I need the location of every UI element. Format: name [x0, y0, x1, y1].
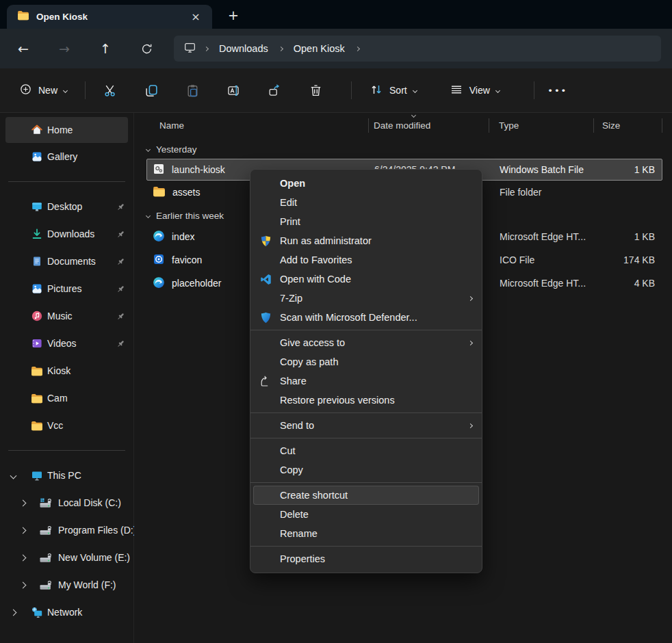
sidebar-item-my-world-f[interactable]: My World (F:)	[0, 571, 133, 599]
sidebar-item-pictures[interactable]: Pictures	[0, 275, 133, 302]
more-options-button[interactable]: •••	[544, 77, 571, 103]
downloads-icon	[31, 228, 43, 240]
edge-html-icon	[153, 230, 165, 244]
this-pc-icon	[31, 469, 43, 482]
sort-button[interactable]: Sort	[361, 77, 425, 104]
sidebar-item-new-volume-e[interactable]: New Volume (E:)	[0, 544, 133, 571]
column-divider[interactable]	[662, 118, 662, 133]
sidebar-item-this-pc[interactable]: This PC	[0, 462, 133, 489]
sidebar-item-label: Program Files (D:)	[58, 525, 136, 536]
sidebar-item-label: Music	[47, 311, 73, 322]
menu-item-add-to-favorites[interactable]: Add to Favorites	[250, 250, 482, 270]
address-bar[interactable]: Downloads Open Kiosk	[174, 36, 661, 62]
delete-button[interactable]	[300, 77, 331, 103]
file-name: favicon	[172, 254, 202, 265]
menu-item-share[interactable]: Share	[250, 371, 482, 391]
menu-item-7-zip[interactable]: 7-Zip	[250, 289, 482, 308]
group-header-yesterday[interactable]: Yesterday	[146, 140, 662, 159]
column-divider[interactable]	[368, 118, 369, 133]
menu-item-delete[interactable]: Delete	[250, 505, 482, 524]
sidebar-item-videos[interactable]: Videos	[0, 330, 133, 357]
column-header-date-modified[interactable]: Date modified	[368, 120, 489, 131]
sort-indicator-icon	[411, 113, 416, 118]
menu-item-label: Run as administrator	[280, 235, 372, 246]
chevron-right-icon[interactable]	[20, 499, 27, 506]
sidebar-item-network[interactable]: Network	[0, 599, 133, 626]
view-button-label: View	[469, 85, 490, 96]
menu-item-give-access-to[interactable]: Give access to	[250, 333, 482, 352]
new-tab-button[interactable]: +	[224, 6, 242, 24]
refresh-button[interactable]	[133, 36, 160, 62]
sidebar-item-gallery[interactable]: Gallery	[0, 143, 133, 170]
sidebar-item-cam[interactable]: Cam	[0, 384, 133, 412]
sidebar-item-label: My World (F:)	[58, 579, 116, 590]
copy-button[interactable]	[136, 77, 166, 103]
menu-item-label: Scan with Microsoft Defender...	[280, 312, 417, 323]
sidebar-divider	[8, 181, 125, 182]
menu-item-open[interactable]: Open	[250, 174, 482, 193]
sidebar-item-documents[interactable]: Documents	[0, 248, 133, 275]
column-header-size[interactable]: Size	[593, 120, 662, 131]
sidebar-item-music[interactable]: Music	[0, 302, 133, 330]
chevron-right-icon[interactable]	[20, 554, 27, 561]
sidebar-item-desktop[interactable]: Desktop	[0, 193, 133, 220]
cut-button[interactable]	[95, 77, 125, 103]
menu-item-rename[interactable]: Rename	[250, 524, 482, 543]
folder-icon	[31, 365, 43, 377]
breadcrumb-downloads[interactable]: Downloads	[216, 41, 271, 56]
sidebar-item-vcc[interactable]: Vcc	[0, 412, 133, 439]
tab-close-button[interactable]: ×	[188, 9, 204, 25]
file-name: launch-kiosk	[172, 164, 225, 175]
menu-item-run-as-administrator[interactable]: Run as administrator	[250, 231, 482, 250]
uac-shield-icon	[259, 234, 272, 248]
group-label: Earlier this week	[156, 211, 224, 221]
back-button[interactable]: ←	[10, 36, 37, 62]
menu-item-print[interactable]: Print	[250, 212, 482, 231]
paste-button[interactable]	[177, 77, 207, 103]
new-button[interactable]: New	[11, 77, 75, 103]
chevron-right-icon[interactable]	[20, 527, 27, 534]
sort-button-label: Sort	[389, 85, 407, 96]
sidebar-item-label: Network	[47, 607, 82, 618]
share-button[interactable]	[259, 77, 289, 103]
forward-button[interactable]: →	[51, 36, 78, 62]
column-divider[interactable]	[593, 118, 594, 133]
chevron-down-icon[interactable]	[146, 213, 151, 218]
menu-item-edit[interactable]: Edit	[250, 193, 482, 212]
breadcrumb-chevron-icon	[279, 46, 283, 51]
menu-item-send-to[interactable]: Send to	[250, 416, 482, 435]
column-headers: Name Date modified Type Size	[146, 113, 662, 137]
up-button[interactable]: ↑	[92, 36, 119, 62]
sidebar-item-label: Desktop	[47, 201, 82, 212]
sidebar-item-kiosk[interactable]: Kiosk	[0, 357, 133, 384]
sidebar-item-downloads[interactable]: Downloads	[0, 220, 133, 248]
column-divider[interactable]	[489, 118, 489, 133]
sidebar-item-home[interactable]: Home	[5, 117, 128, 143]
navigation-bar: ← → ↑ Downloads Open Kiosk	[0, 29, 672, 68]
sidebar-item-local-disk-c[interactable]: Local Disk (C:)	[0, 489, 133, 516]
folder-icon	[31, 419, 43, 432]
column-header-type[interactable]: Type	[489, 120, 593, 131]
chevron-down-icon[interactable]	[10, 472, 17, 479]
breadcrumb-open-kiosk[interactable]: Open Kiosk	[291, 41, 348, 56]
chevron-right-icon[interactable]	[20, 581, 27, 588]
menu-item-copy[interactable]: Copy	[250, 460, 482, 480]
chevron-down-icon[interactable]	[146, 146, 151, 151]
menu-item-properties[interactable]: Properties	[250, 549, 482, 568]
menu-item-restore-previous-versions[interactable]: Restore previous versions	[250, 391, 482, 410]
rename-button[interactable]	[218, 77, 248, 103]
column-header-name[interactable]: Name	[159, 120, 368, 131]
menu-item-cut[interactable]: Cut	[250, 441, 482, 460]
view-button[interactable]: View	[441, 77, 508, 104]
file-type: Microsoft Edge HT...	[489, 278, 594, 289]
menu-item-label: Create shortcut	[280, 490, 348, 501]
menu-item-open-with-code[interactable]: Open with Code	[250, 270, 482, 289]
menu-item-copy-as-path[interactable]: Copy as path	[250, 352, 482, 371]
sidebar-item-label: Documents	[47, 256, 96, 267]
sidebar-item-program-files-d[interactable]: Program Files (D:)	[0, 516, 133, 544]
menu-item-scan-with-defender[interactable]: Scan with Microsoft Defender...	[250, 308, 482, 327]
chevron-right-icon[interactable]	[10, 609, 17, 616]
toolbar-divider	[85, 81, 86, 99]
explorer-tab[interactable]: Open Kiosk ×	[7, 5, 212, 29]
menu-item-create-shortcut[interactable]: Create shortcut	[253, 486, 479, 505]
